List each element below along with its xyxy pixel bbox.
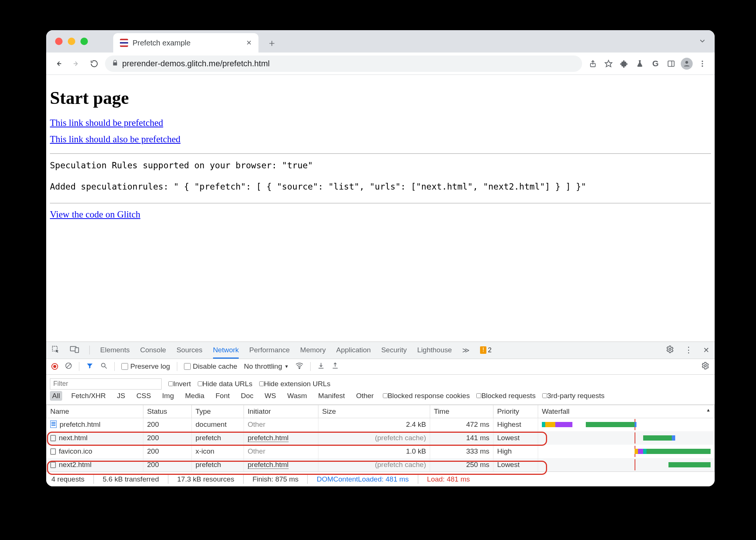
divider: [50, 203, 711, 203]
col-size[interactable]: Size: [318, 405, 430, 418]
type-manifest[interactable]: Manifest: [316, 391, 347, 401]
svg-point-8: [702, 63, 703, 64]
type-css[interactable]: CSS: [134, 391, 153, 401]
devtools-close-icon[interactable]: ✕: [703, 346, 709, 355]
svg-rect-4: [668, 61, 674, 66]
blocked-cookies-checkbox[interactable]: Blocked response cookies: [383, 392, 470, 400]
svg-line-17: [105, 366, 107, 368]
lock-icon: [112, 59, 118, 69]
table-row[interactable]: next2.html200prefetchprefetch.html(prefe…: [47, 458, 715, 471]
invert-checkbox[interactable]: Invert: [168, 380, 191, 388]
settings-gear-icon[interactable]: [666, 345, 674, 355]
col-priority[interactable]: Priority: [493, 405, 538, 418]
file-icon: [50, 448, 56, 455]
kebab-menu-icon[interactable]: [695, 57, 709, 71]
prefetch-link-1[interactable]: This link should be prefetched: [50, 118, 163, 128]
col-waterfall[interactable]: Waterfall▲: [538, 405, 715, 418]
prefetch-link-2[interactable]: This link should also be prefetched: [50, 134, 181, 144]
blocked-requests-checkbox[interactable]: Blocked requests: [476, 392, 536, 400]
divider: [50, 153, 711, 154]
device-toggle-icon[interactable]: [70, 345, 79, 355]
filter-icon[interactable]: [86, 362, 93, 371]
tabs-menu-button[interactable]: [698, 37, 706, 47]
glitch-link[interactable]: View the code on Glitch: [50, 209, 140, 220]
import-har-icon[interactable]: [331, 362, 339, 371]
labs-flask-icon[interactable]: [633, 57, 647, 71]
file-icon: [50, 462, 56, 468]
throttling-select[interactable]: No throttling ▼: [244, 362, 289, 371]
type-other[interactable]: Other: [354, 391, 376, 401]
devtools-menu-icon[interactable]: ⋮: [684, 345, 693, 355]
filter-input[interactable]: [50, 378, 162, 390]
type-all[interactable]: All: [50, 391, 62, 401]
browser-tab[interactable]: Prefetch example ✕: [113, 33, 258, 53]
sort-indicator-icon: ▲: [706, 407, 711, 413]
col-type[interactable]: Type: [192, 405, 244, 418]
col-name[interactable]: Name: [47, 405, 143, 418]
inspect-icon[interactable]: [51, 345, 60, 355]
type-font[interactable]: Font: [213, 391, 232, 401]
network-status-bar: 4 requests 5.6 kB transferred 17.3 kB re…: [46, 471, 715, 486]
tab-close-button[interactable]: ✕: [246, 39, 252, 47]
close-window-button[interactable]: [55, 38, 63, 45]
clear-icon[interactable]: [65, 362, 72, 371]
hide-extension-urls-checkbox[interactable]: Hide extension URLs: [259, 380, 330, 388]
warnings-indicator[interactable]: !2: [480, 346, 492, 354]
tab-application[interactable]: Application: [336, 346, 371, 354]
status-transferred: 5.6 kB transferred: [103, 475, 159, 483]
tab-memory[interactable]: Memory: [300, 346, 326, 354]
address-bar[interactable]: prerender-demos.glitch.me/prefetch.html: [105, 55, 582, 72]
profile-avatar[interactable]: [680, 57, 694, 71]
reload-button[interactable]: [87, 57, 101, 71]
search-icon[interactable]: [100, 362, 108, 371]
network-settings-icon[interactable]: [701, 362, 709, 372]
type-doc[interactable]: Doc: [239, 391, 256, 401]
side-panel-icon[interactable]: [664, 57, 678, 71]
browser-window: Prefetch example ✕ ＋ prerender-demos.gli…: [46, 30, 715, 486]
bookmark-star-icon[interactable]: [601, 57, 616, 71]
extensions-icon[interactable]: [617, 57, 631, 71]
google-g-icon[interactable]: G: [648, 57, 663, 71]
toolbar-right: G: [586, 57, 709, 71]
tab-elements[interactable]: Elements: [100, 346, 130, 354]
maximize-window-button[interactable]: [80, 38, 88, 45]
new-tab-button[interactable]: ＋: [264, 35, 279, 50]
tab-performance[interactable]: Performance: [249, 346, 290, 354]
status-requests: 4 requests: [51, 475, 85, 483]
share-icon[interactable]: [586, 57, 600, 71]
file-icon: [50, 435, 56, 441]
back-button[interactable]: [51, 57, 66, 71]
type-img[interactable]: Img: [160, 391, 176, 401]
type-js[interactable]: JS: [115, 391, 127, 401]
page-heading: Start page: [50, 88, 711, 108]
forward-button[interactable]: [69, 57, 83, 71]
col-time[interactable]: Time: [430, 405, 493, 418]
record-button[interactable]: [51, 363, 58, 370]
table-row[interactable]: favicon.ico200x-iconOther1.0 kB333 msHig…: [47, 445, 715, 458]
type-wasm[interactable]: Wasm: [285, 391, 309, 401]
type-ws[interactable]: WS: [263, 391, 279, 401]
tab-network[interactable]: Network: [213, 346, 239, 359]
tab-lighthouse[interactable]: Lighthouse: [417, 346, 452, 354]
export-har-icon[interactable]: [317, 362, 325, 371]
tab-console[interactable]: Console: [140, 346, 166, 354]
network-conditions-icon[interactable]: [295, 362, 304, 372]
col-status[interactable]: Status: [143, 405, 192, 418]
devtools-panel: Elements Console Sources Network Perform…: [46, 342, 715, 487]
tab-security[interactable]: Security: [381, 346, 407, 354]
preserve-log-checkbox[interactable]: Preserve log: [121, 362, 170, 371]
third-party-checkbox[interactable]: 3rd-party requests: [542, 392, 604, 400]
disable-cache-checkbox[interactable]: Disable cache: [184, 362, 237, 371]
tab-sources[interactable]: Sources: [177, 346, 203, 354]
col-initiator[interactable]: Initiator: [244, 405, 318, 418]
minimize-window-button[interactable]: [68, 38, 75, 45]
status-dcl: DOMContentLoaded: 481 ms: [317, 475, 409, 483]
more-tabs-icon[interactable]: ≫: [462, 346, 470, 355]
type-media[interactable]: Media: [183, 391, 207, 401]
browser-toolbar: prerender-demos.glitch.me/prefetch.html …: [46, 53, 715, 75]
hide-data-urls-checkbox[interactable]: Hide data URLs: [198, 380, 252, 388]
svg-marker-3: [605, 60, 612, 66]
table-row[interactable]: prefetch.html200documentOther2.4 kB472 m…: [47, 418, 715, 431]
type-fetch[interactable]: Fetch/XHR: [69, 391, 108, 401]
table-row[interactable]: next.html200prefetchprefetch.html(prefet…: [47, 431, 715, 445]
